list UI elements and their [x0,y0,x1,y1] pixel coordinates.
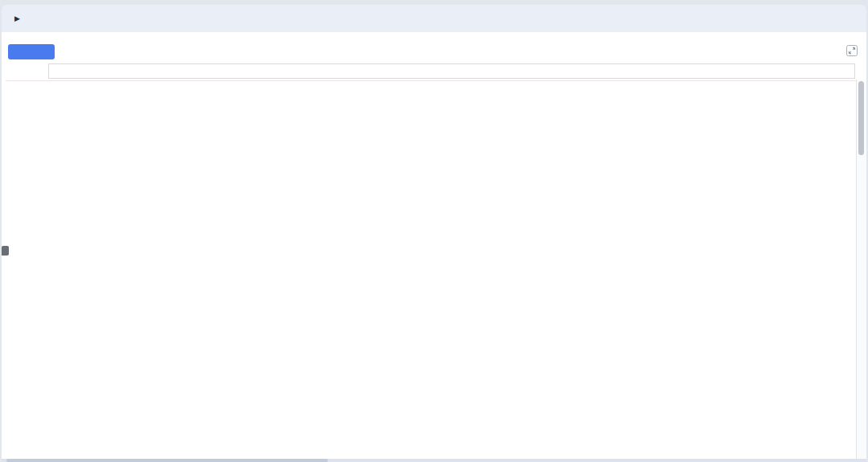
horizontal-scrollbar-thumb[interactable] [6,459,328,462]
vertical-scrollbar-thumb[interactable] [858,81,864,155]
form-header-grid [6,80,857,81]
tab-data-detail[interactable] [5,63,14,79]
vertical-scrollbar[interactable] [856,80,866,459]
collapse-caret-icon[interactable]: ▶ [14,14,20,22]
row-marker-icon [2,246,9,256]
toolbar: ▶ [2,5,866,32]
report-tab-cit-en[interactable] [8,44,55,59]
tab-strip-empty [48,63,855,79]
horizontal-scrollbar[interactable] [2,459,866,462]
content-panel [2,32,866,459]
expand-icon[interactable] [846,45,858,56]
